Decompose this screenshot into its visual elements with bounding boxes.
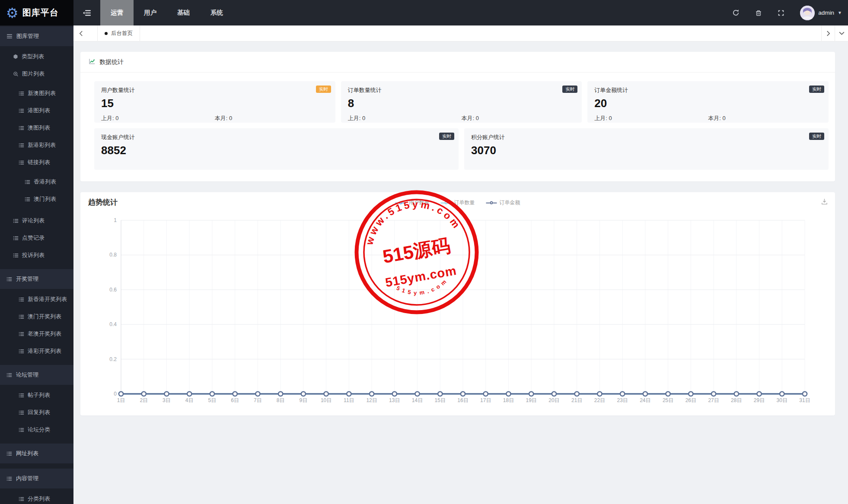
stats-panel-header: 数据统计 <box>80 52 835 73</box>
breadcrumb: 后台首页 <box>73 25 848 41</box>
svg-text:5日: 5日 <box>208 397 217 403</box>
sidebar-item-新港彩列表[interactable]: 新港彩列表 <box>0 136 73 154</box>
svg-text:17日: 17日 <box>480 397 491 403</box>
legend-circle <box>490 201 493 204</box>
stat-card-footer: 上月: 0本月: 0 <box>594 114 822 122</box>
sidebar-item-新香港开奖列表[interactable]: 新香港开奖列表 <box>0 291 73 308</box>
sidebar-item-帖子列表[interactable]: 帖子列表 <box>0 387 73 404</box>
list-icon <box>6 276 12 282</box>
svg-text:15日: 15日 <box>435 397 446 403</box>
list-icon <box>19 349 24 354</box>
sidebar-item-回复列表[interactable]: 回复列表 <box>0 404 73 421</box>
sidebar-item-label: 港彩开奖列表 <box>28 347 61 355</box>
nav-tab-系统[interactable]: 系统 <box>200 0 233 25</box>
sidebar-item-评论列表[interactable]: 评论列表 <box>0 212 73 229</box>
trend-chart-icon <box>89 58 96 66</box>
legend-item-用户数量[interactable]: 用户数量 <box>395 199 430 206</box>
svg-text:11日: 11日 <box>344 397 354 403</box>
stats-row-1: 用户数量统计实时15上月: 0本月: 0订单数量统计实时8上月: 0本月: 0订… <box>94 81 829 123</box>
user-menu[interactable]: admin ▼ <box>800 6 842 20</box>
stats-panel: 数据统计 用户数量统计实时15上月: 0本月: 0订单数量统计实时8上月: 0本… <box>80 52 835 181</box>
svg-text:3日: 3日 <box>163 397 171 403</box>
legend-line <box>486 203 490 203</box>
refresh-icon[interactable] <box>732 9 740 16</box>
nav-tab-用户[interactable]: 用户 <box>134 0 167 25</box>
sidebar-item-label: 新港彩列表 <box>28 141 56 149</box>
legend-label: 用户数量 <box>409 199 430 206</box>
sidebar-item-label: 内容管理 <box>16 475 38 482</box>
stat-card-title: 现金账户统计 <box>101 133 452 141</box>
sidebar-item-点赞记录[interactable]: 点赞记录 <box>0 229 73 247</box>
sidebar-item-label: 图片列表 <box>22 70 45 78</box>
stat-card-footer: 上月: 0本月: 0 <box>348 114 575 122</box>
list-icon <box>6 372 12 378</box>
stat-card: 现金账户统计实时8852 <box>94 128 459 170</box>
sidebar-collapse-icon[interactable] <box>83 10 91 16</box>
sidebar-item-label: 新香港开奖列表 <box>28 295 67 303</box>
svg-text:4日: 4日 <box>185 397 194 403</box>
svg-text:12日: 12日 <box>366 397 377 403</box>
realtime-badge: 实时 <box>809 86 824 93</box>
sidebar-item-类型列表[interactable]: 类型列表 <box>0 48 73 65</box>
svg-text:22日: 22日 <box>594 397 605 403</box>
svg-text:0.4: 0.4 <box>109 321 117 327</box>
sidebar-item-label: 开奖管理 <box>16 275 38 283</box>
sidebar-item-图库管理[interactable]: 图库管理 <box>0 26 73 46</box>
nav-tab-运营[interactable]: 运营 <box>100 0 134 25</box>
svg-text:13日: 13日 <box>389 397 400 403</box>
sidebar-item-label: 澳门列表 <box>34 195 56 203</box>
sidebar-item-投诉列表[interactable]: 投诉列表 <box>0 247 73 264</box>
realtime-badge: 实时 <box>809 133 824 140</box>
list-icon <box>6 451 12 456</box>
svg-text:0.2: 0.2 <box>109 356 117 362</box>
list-icon <box>25 197 30 202</box>
legend-line <box>395 203 399 203</box>
svg-text:24日: 24日 <box>640 397 650 403</box>
page-tab-home[interactable]: 后台首页 <box>97 25 140 41</box>
sidebar-item-链接列表[interactable]: 链接列表 <box>0 154 73 171</box>
sidebar-item-新澳图列表[interactable]: 新澳图列表 <box>0 85 73 102</box>
sidebar-item-图片列表[interactable]: 图片列表 <box>0 65 73 82</box>
trash-icon[interactable] <box>755 10 762 16</box>
sidebar-item-澳图列表[interactable]: 澳图列表 <box>0 119 73 136</box>
sidebar-item-澳门开奖列表[interactable]: 澳门开奖列表 <box>0 308 73 325</box>
stat-card-value: 3070 <box>471 144 822 157</box>
sidebar-item-老澳开奖列表[interactable]: 老澳开奖列表 <box>0 325 73 342</box>
legend-line <box>441 203 445 203</box>
sidebar-item-网址列表[interactable]: 网址列表 <box>0 444 73 463</box>
fullscreen-icon[interactable] <box>778 10 784 16</box>
legend-label: 订单数量 <box>454 199 475 206</box>
nav-tabs: 运营用户基础系统 <box>100 0 233 25</box>
list-icon <box>19 143 24 148</box>
realtime-badge: 实时 <box>562 86 577 93</box>
username-label: admin <box>818 10 834 16</box>
stat-card: 订单数量统计实时8上月: 0本月: 0 <box>341 81 582 123</box>
sidebar-item-label: 香港列表 <box>34 178 56 186</box>
sidebar-item-label: 类型列表 <box>22 53 44 60</box>
chevron-left-icon[interactable] <box>73 25 89 41</box>
legend-item-订单金额[interactable]: 订单金额 <box>486 199 520 206</box>
sidebar-item-香港列表[interactable]: 香港列表 <box>0 173 73 190</box>
stats-row-2: 现金账户统计实时8852积分账户统计实时3070 <box>94 128 829 170</box>
sidebar-item-港图列表[interactable]: 港图列表 <box>0 102 73 119</box>
sidebar-item-论坛分类[interactable]: 论坛分类 <box>0 421 73 438</box>
svg-text:2日: 2日 <box>140 397 148 403</box>
chevron-right-icon[interactable] <box>821 25 835 41</box>
tab-dropdown-icon[interactable] <box>835 25 848 41</box>
svg-text:21日: 21日 <box>571 397 582 403</box>
stat-card-value: 20 <box>594 97 822 110</box>
nav-tab-基础[interactable]: 基础 <box>167 0 200 25</box>
sidebar-item-分类列表[interactable]: 分类列表 <box>0 490 73 504</box>
legend-item-订单数量[interactable]: 订单数量 <box>441 199 475 206</box>
sidebar-item-澳门列表[interactable]: 澳门列表 <box>0 190 73 208</box>
stats-panel-title: 数据统计 <box>99 58 124 66</box>
zoom-icon <box>13 71 19 77</box>
sidebar-item-论坛管理[interactable]: 论坛管理 <box>0 365 73 385</box>
sidebar-item-开奖管理[interactable]: 开奖管理 <box>0 269 73 289</box>
legend-line <box>493 203 497 203</box>
stat-card: 积分账户统计实时3070 <box>464 128 829 170</box>
sidebar-item-label: 链接列表 <box>28 158 50 166</box>
sidebar-item-港彩开奖列表[interactable]: 港彩开奖列表 <box>0 342 73 360</box>
sidebar-item-内容管理[interactable]: 内容管理 <box>0 469 73 488</box>
legend-circle <box>399 201 402 204</box>
